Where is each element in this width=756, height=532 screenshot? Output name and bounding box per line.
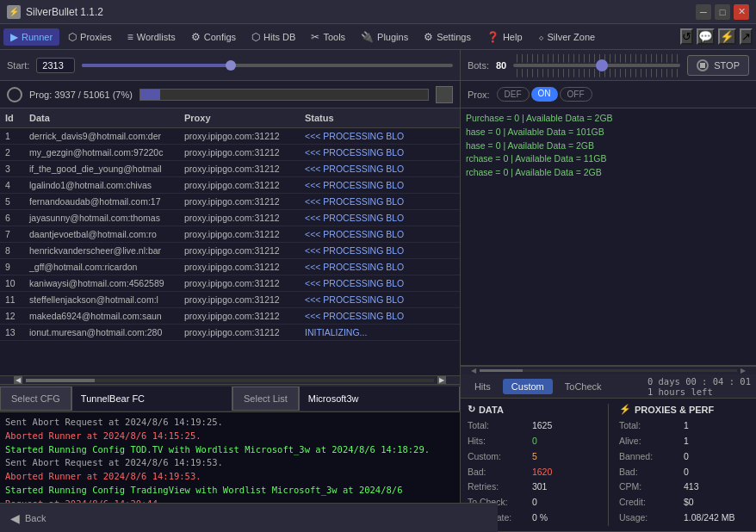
table-row[interactable]: 11 steffellenjackson@hotmail.com:l proxy… xyxy=(0,292,460,308)
back-arrow-icon: ◀ xyxy=(10,511,20,525)
maximize-button[interactable]: □ xyxy=(715,4,730,20)
menu-wordlists[interactable]: ≡ Wordlists xyxy=(121,28,183,46)
cell-status: <<< PROCESSING BLO xyxy=(300,261,455,273)
back-button[interactable]: ◀ Back xyxy=(0,503,498,532)
rhs-thumb[interactable] xyxy=(480,369,523,372)
scroll-right-arrow[interactable]: ▶ xyxy=(437,376,446,385)
menu-hitsdb[interactable]: ⬡ Hits DB xyxy=(245,28,302,46)
stop-button[interactable]: STOP xyxy=(687,55,749,76)
tab-hits[interactable]: Hits xyxy=(466,379,499,394)
progress-stop-square[interactable] xyxy=(436,86,453,103)
menu-help-label: Help xyxy=(503,32,523,42)
rhs-left-arrow[interactable]: ◀ xyxy=(471,367,476,374)
table-row[interactable]: 9 _gff@hotmail.com:ricardon proxy.ipipgo… xyxy=(0,259,460,275)
progress-bar xyxy=(139,89,429,101)
chat-button[interactable]: 💬 xyxy=(697,28,715,45)
col-header-data: Data xyxy=(24,111,179,125)
cell-proxy: proxy.ipipgo.com:31212 xyxy=(179,228,300,240)
cell-id: 10 xyxy=(0,277,24,289)
app-title: SilverBullet 1.1.2 xyxy=(26,6,696,18)
rhs-right-arrow[interactable]: ▶ xyxy=(741,367,746,374)
menu-plugins[interactable]: 🔌 Plugins xyxy=(354,28,415,46)
wordlists-icon: ≡ xyxy=(127,31,133,43)
hits-area: Purchase = 0 | Available Data = 2GB hase… xyxy=(461,108,756,366)
table-row[interactable]: 1 derrick_davis9@hotmail.com:der proxy.i… xyxy=(0,128,460,145)
horizontal-scrollbar[interactable]: ◀ ▶ xyxy=(0,375,460,384)
cell-status: INITIALIZING... xyxy=(300,326,455,338)
bots-slider[interactable]: ││││││││││││││││││││││││││││││││ │││││││… xyxy=(513,54,680,77)
log-line: Aborted Runner at 2024/8/6 14:19:53. xyxy=(5,470,455,484)
stats-row: ↻ DATA Total: 1625 Hits: 0 Custom: 5 Bad… xyxy=(461,399,756,532)
cell-data: lgalindo1@hotmail.com:chivas xyxy=(24,179,179,191)
data-table: Id Data Proxy Status 1 derrick_davis9@ho… xyxy=(0,108,460,384)
cell-id: 7 xyxy=(0,228,24,240)
bots-slider-thumb[interactable] xyxy=(596,59,608,71)
scroll-thumb[interactable] xyxy=(26,379,95,382)
select-cfg-button[interactable]: Select CFG xyxy=(0,387,71,411)
menu-settings[interactable]: ⚙ Settings xyxy=(417,28,478,46)
table-row[interactable]: 12 makeda6924@hotmail.com:saun proxy.ipi… xyxy=(0,308,460,325)
table-body: 1 derrick_davis9@hotmail.com:der proxy.i… xyxy=(0,128,460,375)
stat-bad: Bad: 1620 xyxy=(468,465,598,480)
proxy-toggle-group: DEF ON OFF xyxy=(497,87,592,102)
proxies-icon: ⬡ xyxy=(68,31,77,43)
table-row[interactable]: 10 kaniwaysi@hotmail.com:4562589 proxy.i… xyxy=(0,275,460,292)
menu-configs[interactable]: ⚙ Configs xyxy=(184,28,243,46)
timer-sub: 1 hours left xyxy=(648,387,713,397)
stop-label: STOP xyxy=(714,60,740,71)
cell-proxy: proxy.ipipgo.com:31212 xyxy=(179,310,300,322)
select-list-button[interactable]: Select List xyxy=(232,387,299,411)
perf-banned: Banned: 0 xyxy=(619,449,749,465)
link-button[interactable]: ↗ xyxy=(740,28,753,45)
tab-custom[interactable]: Custom xyxy=(503,379,553,394)
settings-icon: ⚙ xyxy=(424,31,433,43)
table-row[interactable]: 7 daantjevoetbal@hotmail.com:ro proxy.ip… xyxy=(0,226,460,243)
minimize-button[interactable]: ─ xyxy=(696,4,711,20)
menu-silverzone[interactable]: ⬦ Silver Zone xyxy=(531,28,603,46)
cell-id: 3 xyxy=(0,163,24,175)
menu-proxies[interactable]: ⬡ Proxies xyxy=(61,28,119,46)
table-row[interactable]: 6 jayasunny@hotmail.com:thomas proxy.ipi… xyxy=(0,210,460,226)
discord-button[interactable]: ⚡ xyxy=(718,28,736,45)
cell-proxy: proxy.ipipgo.com:31212 xyxy=(179,212,300,224)
cell-proxy: proxy.ipipgo.com:31212 xyxy=(179,195,300,207)
table-row[interactable]: 4 lgalindo1@hotmail.com:chivas proxy.ipi… xyxy=(0,177,460,194)
menu-help[interactable]: ❓ Help xyxy=(480,28,530,46)
scroll-left-arrow[interactable]: ◀ xyxy=(14,376,22,385)
cell-status: <<< PROCESSING BLO xyxy=(300,244,455,257)
close-button[interactable]: ✕ xyxy=(734,4,749,20)
tab-tocheck[interactable]: ToCheck xyxy=(556,379,610,394)
menu-runner[interactable]: ▶ Runner xyxy=(3,28,59,46)
proxy-off-btn[interactable]: OFF xyxy=(560,87,592,102)
cell-data: kaniwaysi@hotmail.com:4562589 xyxy=(24,277,179,289)
table-row[interactable]: 5 fernandoaudab@hotmail.com:17 proxy.ipi… xyxy=(0,194,460,210)
scroll-track[interactable] xyxy=(26,379,434,382)
start-input[interactable] xyxy=(36,58,75,73)
start-slider[interactable] xyxy=(82,59,453,71)
cell-status: <<< PROCESSING BLO xyxy=(300,146,455,158)
cell-status: <<< PROCESSING BLO xyxy=(300,179,455,191)
cell-data: daantjevoetbal@hotmail.com:ro xyxy=(24,228,179,240)
perf-stats-col: ⚡ PROXIES & PERF Total: 1 Alive: 1 Banne… xyxy=(619,404,749,526)
cell-id: 12 xyxy=(0,310,24,322)
table-row[interactable]: 8 henrickvanderscheer@live.nl:bar proxy.… xyxy=(0,243,460,259)
menu-tools-label: Tools xyxy=(323,32,345,42)
cell-proxy: proxy.ipipgo.com:31212 xyxy=(179,130,300,142)
bots-label: Bots: xyxy=(468,60,489,71)
menu-tools[interactable]: ✂ Tools xyxy=(304,28,352,46)
table-row[interactable]: 3 if_the_good_die_young@hotmail proxy.ip… xyxy=(0,161,460,177)
bots-value: 80 xyxy=(496,60,506,71)
cell-data: ionut.muresan@hotmail.com:280 xyxy=(24,326,179,338)
table-row[interactable]: 2 my_gezgin@hotmail.com:97220c proxy.ipi… xyxy=(0,145,460,161)
history-button[interactable]: ↺ xyxy=(680,28,693,45)
proxy-on-btn[interactable]: ON xyxy=(531,87,558,102)
proxy-def-btn[interactable]: DEF xyxy=(497,87,530,102)
menu-runner-label: Runner xyxy=(22,32,53,42)
stats-divider xyxy=(608,404,609,526)
menu-wordlists-label: Wordlists xyxy=(137,32,176,42)
log-line: Started Running Config TOD.TV with Wordl… xyxy=(5,443,455,457)
hit-line: hase = 0 | Available Data = 2GB xyxy=(466,139,751,153)
log-line: Sent Abort Request at 2024/8/6 14:19:53. xyxy=(5,456,455,470)
table-row[interactable]: 13 ionut.muresan@hotmail.com:280 proxy.i… xyxy=(0,325,460,341)
right-hscroll[interactable]: ◀ ▶ xyxy=(461,366,756,374)
